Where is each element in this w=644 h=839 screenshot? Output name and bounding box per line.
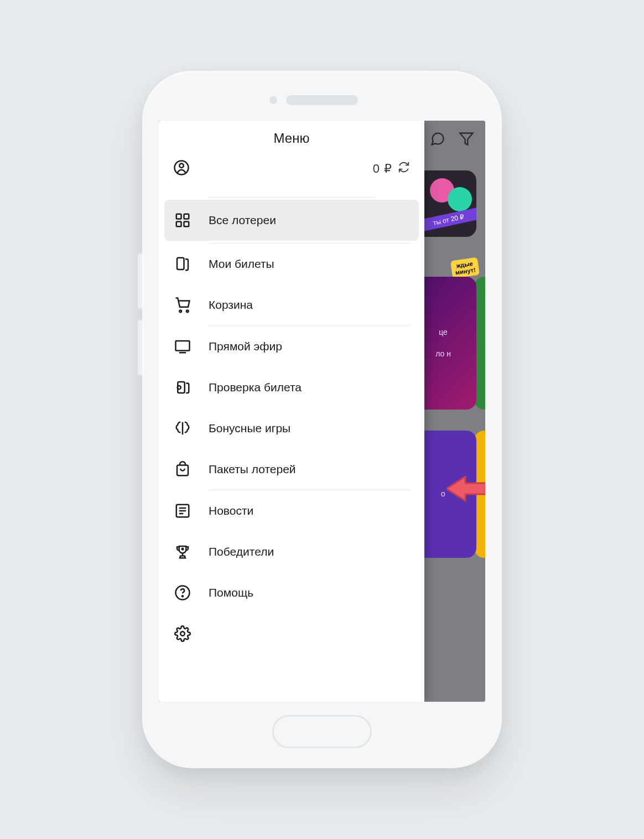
brain-icon: [173, 420, 192, 437]
svg-rect-7: [177, 258, 184, 270]
svg-point-2: [179, 164, 184, 168]
menu-label: Победители: [209, 545, 274, 558]
menu-item-all-lotteries[interactable]: Все лотереи: [164, 200, 419, 241]
tickets-icon: [173, 256, 192, 272]
svg-rect-10: [176, 341, 190, 351]
menu-item-live[interactable]: Прямой эфир: [159, 326, 424, 367]
gear-icon: [173, 625, 192, 642]
menu-item-my-tickets[interactable]: Мои билеты: [159, 244, 424, 284]
volume-down-button: [138, 320, 142, 375]
grid-icon: [173, 212, 192, 229]
yellow-badge: ждыеминут!: [450, 257, 480, 279]
menu-label: Новости: [209, 504, 253, 517]
svg-rect-5: [176, 222, 181, 227]
menu-item-cart[interactable]: Корзина: [159, 284, 424, 325]
shopping-bag-icon: [173, 461, 192, 478]
svg-point-9: [186, 310, 189, 312]
check-ticket-icon: [173, 379, 192, 396]
svg-rect-6: [184, 222, 189, 227]
filter-icon[interactable]: [459, 131, 474, 149]
menu-label: Помощь: [209, 586, 253, 599]
svg-point-24: [180, 631, 185, 636]
menu-label: Бонусные игры: [209, 422, 290, 435]
menu-item-bonus-games[interactable]: Бонусные игры: [159, 408, 424, 449]
menu-label: Проверка билета: [209, 381, 302, 394]
screen: ты от 20 ₽ ждыеминут! цело н 2 о Меню: [159, 121, 485, 702]
svg-rect-3: [176, 214, 181, 219]
home-button: [272, 715, 372, 748]
svg-rect-4: [184, 214, 189, 219]
monitor-icon: [173, 338, 192, 355]
volume-up-button: [138, 253, 142, 309]
balance-amount: 0 ₽: [373, 162, 392, 176]
phone-frame: ты от 20 ₽ ждыеминут! цело н 2 о Меню: [142, 71, 502, 768]
news-icon: [173, 503, 192, 519]
cart-icon: [173, 297, 192, 313]
svg-point-13: [178, 386, 181, 389]
navigation-drawer: Меню 0 ₽ Все лотереи: [159, 121, 424, 702]
help-icon: [173, 584, 192, 601]
chat-icon[interactable]: [430, 131, 445, 149]
menu-item-settings-partial[interactable]: [159, 613, 424, 642]
menu-item-winners[interactable]: Победители: [159, 531, 424, 572]
menu-label: Все лотереи: [209, 214, 276, 227]
trophy-icon: [173, 543, 192, 560]
svg-marker-0: [460, 133, 472, 145]
menu-item-lottery-packs[interactable]: Пакеты лотерей: [159, 449, 424, 490]
menu-item-check-ticket[interactable]: Проверка билета: [159, 367, 424, 408]
menu-label: Прямой эфир: [209, 340, 282, 353]
profile-icon[interactable]: [173, 159, 190, 178]
menu-label: Корзина: [209, 298, 253, 312]
menu-label: Мои билеты: [209, 257, 274, 271]
menu-item-news[interactable]: Новости: [159, 490, 424, 531]
menu-label: Пакеты лотерей: [209, 463, 296, 476]
svg-point-8: [179, 310, 181, 312]
svg-point-23: [182, 595, 183, 597]
svg-point-21: [182, 548, 184, 550]
refresh-icon[interactable]: [398, 161, 410, 177]
drawer-title: Меню: [159, 121, 424, 152]
menu-item-help[interactable]: Помощь: [159, 572, 424, 613]
